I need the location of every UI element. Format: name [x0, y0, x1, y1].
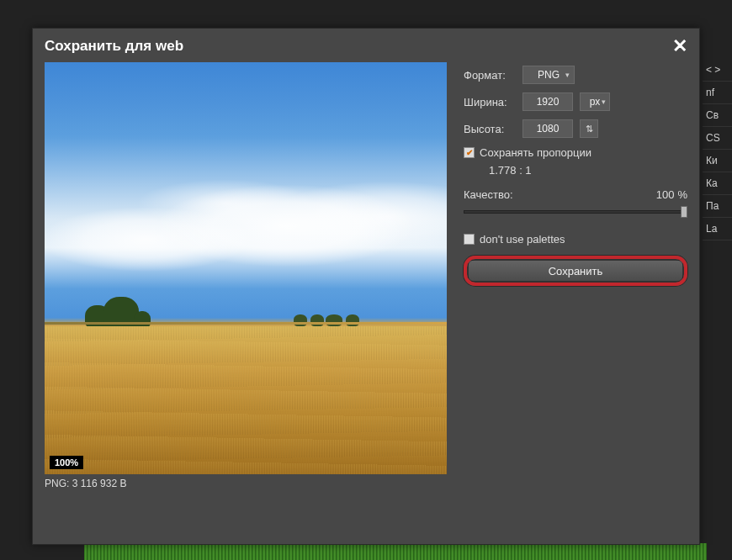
palettes-checkbox[interactable]	[464, 234, 475, 245]
preview-wheat	[45, 326, 447, 474]
width-input[interactable]: 1920	[522, 92, 573, 111]
bg-right-panel: < > nf Св CS Ки Ка Па La	[703, 59, 732, 240]
quality-slider[interactable]	[464, 204, 687, 219]
quality-value[interactable]: 100	[656, 188, 675, 201]
bg-item: Ки	[703, 150, 732, 172]
dialog-title: Сохранить для web	[45, 38, 183, 55]
bg-item: nf	[703, 82, 732, 104]
width-unit-select[interactable]: px	[580, 92, 610, 111]
swap-dimensions-icon[interactable]: ⇅	[580, 119, 598, 138]
bg-item: La	[703, 218, 732, 240]
preview-sky	[45, 62, 447, 289]
close-icon[interactable]: ✕	[672, 37, 687, 55]
titlebar: Сохранить для web ✕	[33, 29, 699, 62]
slider-track	[464, 210, 687, 214]
filesize-label: PNG: 3 116 932 B	[45, 478, 447, 489]
bg-grass	[84, 543, 707, 560]
save-for-web-dialog: Сохранить для web ✕ 100% PNG: 3 116 932 …	[32, 28, 700, 545]
format-label: Формат:	[464, 69, 516, 82]
quality-label: Качество:	[464, 188, 513, 201]
quality-percent: %	[677, 188, 687, 201]
height-input[interactable]: 1080	[522, 119, 573, 138]
save-button[interactable]: Сохранить	[468, 260, 683, 282]
format-select[interactable]: PNG	[522, 66, 575, 84]
width-label: Ширина:	[464, 96, 516, 108]
height-label: Высота:	[464, 123, 516, 135]
bg-item: < >	[703, 59, 732, 82]
keep-ratio-label: Сохранять пропорции	[480, 146, 591, 159]
zoom-badge[interactable]: 100%	[50, 456, 83, 469]
preview-horizon	[45, 322, 447, 325]
aspect-ratio-text: 1.778 : 1	[489, 164, 687, 177]
bg-item: Ка	[703, 172, 732, 195]
image-preview[interactable]: 100%	[45, 62, 447, 474]
slider-thumb[interactable]	[681, 206, 687, 218]
bg-item: Св	[703, 104, 732, 127]
bg-item: Па	[703, 195, 732, 218]
controls-panel: Формат: PNG Ширина: 1920 px Высота: 1080…	[464, 62, 687, 489]
keep-ratio-checkbox[interactable]: ✔	[464, 147, 475, 158]
palettes-label: don't use palettes	[480, 233, 565, 246]
bg-item: CS	[703, 127, 732, 150]
